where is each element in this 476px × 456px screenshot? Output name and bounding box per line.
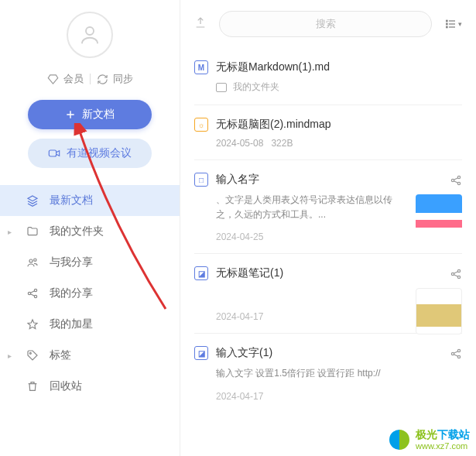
diamond-icon — [47, 74, 59, 85]
nav-shared-with-me[interactable]: 与我分享 — [0, 247, 180, 278]
sync-label: 同步 — [113, 72, 133, 86]
avatar[interactable] — [67, 12, 113, 58]
user-icon — [78, 23, 101, 46]
chevron-down-icon: ▾ — [458, 20, 462, 28]
svg-rect-9 — [446, 23, 448, 26]
video-meeting-label: 有道视频会议 — [67, 146, 132, 160]
doc-title: 输入名字 — [216, 173, 259, 187]
doc-date: 2024-05-08 — [216, 138, 263, 149]
side-nav: 最新文档 ▸ 我的文件夹 与我分享 我的分享 我的加星 ▸ 标签 回收站 — [0, 185, 180, 402]
svg-point-7 — [29, 352, 31, 354]
share-icon[interactable] — [450, 174, 462, 190]
toolbar: 搜索 ▾ — [180, 0, 476, 48]
video-icon — [48, 147, 60, 159]
mindmap-icon: ☼ — [194, 118, 208, 132]
member-label: 会员 — [63, 72, 84, 86]
svg-point-2 — [29, 259, 33, 262]
divider — [90, 74, 91, 84]
chevron-right-icon: ▸ — [8, 228, 12, 236]
folder-icon — [216, 83, 227, 92]
svg-point-3 — [34, 259, 36, 261]
nav-myshares-label: 我的分享 — [50, 286, 93, 300]
trash-icon — [26, 380, 39, 393]
sync-link[interactable]: 同步 — [97, 72, 133, 86]
doc-title: 输入文字(1) — [216, 346, 272, 360]
doc-icon: □ — [194, 173, 208, 187]
sidebar: 会员 同步 新文档 有道视频会议 最新文档 ▸ 我的文件夹 与我分享 — [0, 0, 180, 456]
nav-starred-label: 我的加星 — [50, 317, 93, 331]
stack-icon — [26, 194, 39, 207]
doc-folder-row: 我的文件夹 — [194, 81, 462, 94]
nav-shared-label: 与我分享 — [50, 255, 93, 269]
view-toggle[interactable]: ▾ — [444, 18, 462, 30]
share-icon — [26, 287, 39, 300]
upload-icon[interactable] — [194, 16, 207, 32]
nav-myfiles[interactable]: ▸ 我的文件夹 — [0, 216, 180, 247]
svg-rect-12 — [449, 23, 455, 24]
search-input[interactable]: 搜索 — [219, 11, 432, 37]
tag-icon — [26, 349, 39, 362]
svg-point-0 — [86, 27, 94, 35]
nav-recent-label: 最新文档 — [50, 194, 93, 207]
svg-rect-10 — [446, 26, 448, 29]
doc-item[interactable]: ◪ 无标题笔记(1) 2024-04-17 — [194, 254, 462, 334]
nav-my-shares[interactable]: 我的分享 — [0, 278, 180, 309]
nav-trash[interactable]: 回收站 — [0, 371, 180, 402]
doc-meta: 2024-05-08 322B — [194, 138, 462, 149]
doc-item[interactable]: □ 输入名字 、文字是人类用表义符号记录表达信息以传之，久远的方式和工具。...… — [194, 160, 462, 254]
share-icon[interactable] — [450, 348, 462, 363]
doc-folder-label: 我的文件夹 — [233, 81, 279, 94]
main: 搜索 ▾ M 无标题Markdown(1).md 我的文件夹 ☼ 无标题脑图(2… — [180, 0, 476, 456]
nav-recent[interactable]: 最新文档 — [0, 185, 180, 216]
chevron-right-icon: ▸ — [8, 351, 12, 360]
plus-icon — [65, 109, 76, 120]
doc-item[interactable]: ◪ 输入文字(1) 输入文字 设置1.5倍行距 设置行距 http:// 202… — [194, 334, 462, 412]
member-link[interactable]: 会员 — [47, 72, 84, 86]
folder-icon — [26, 225, 39, 238]
nav-tags-label: 标签 — [50, 348, 71, 362]
doc-title: 无标题脑图(2).mindmap — [216, 118, 331, 132]
nav-myfiles-label: 我的文件夹 — [50, 225, 104, 238]
doc-item[interactable]: M 无标题Markdown(1).md 我的文件夹 — [194, 48, 462, 105]
nav-trash-label: 回收站 — [50, 379, 82, 393]
search-placeholder: 搜索 — [316, 17, 336, 31]
new-doc-label: 新文档 — [82, 108, 115, 122]
svg-rect-11 — [449, 20, 455, 21]
svg-rect-13 — [449, 26, 455, 27]
new-doc-button[interactable]: 新文档 — [28, 100, 152, 129]
doc-icon: ◪ — [194, 266, 208, 280]
svg-rect-1 — [49, 150, 56, 156]
doc-size: 322B — [271, 138, 293, 149]
nav-starred[interactable]: 我的加星 — [0, 309, 180, 340]
users-icon — [26, 256, 39, 269]
doc-list[interactable]: M 无标题Markdown(1).md 我的文件夹 ☼ 无标题脑图(2).min… — [180, 48, 476, 456]
star-icon — [26, 318, 39, 331]
markdown-icon: M — [194, 60, 208, 74]
doc-item[interactable]: ☼ 无标题脑图(2).mindmap 2024-05-08 322B — [194, 105, 462, 160]
refresh-icon — [97, 74, 108, 85]
doc-icon: ◪ — [194, 346, 208, 360]
nav-tags[interactable]: ▸ 标签 — [0, 340, 180, 371]
share-icon[interactable] — [450, 268, 462, 283]
doc-thumbnail — [416, 194, 462, 241]
svg-rect-8 — [446, 20, 448, 22]
doc-preview: 输入文字 设置1.5倍行距 设置行距 http:// — [194, 366, 462, 381]
doc-title: 无标题Markdown(1).md — [216, 60, 330, 74]
doc-thumbnail — [416, 288, 462, 334]
video-meeting-button[interactable]: 有道视频会议 — [28, 139, 152, 168]
doc-title: 无标题笔记(1) — [216, 266, 283, 280]
status-row: 会员 同步 — [47, 72, 133, 86]
doc-date: 2024-04-17 — [194, 391, 462, 402]
